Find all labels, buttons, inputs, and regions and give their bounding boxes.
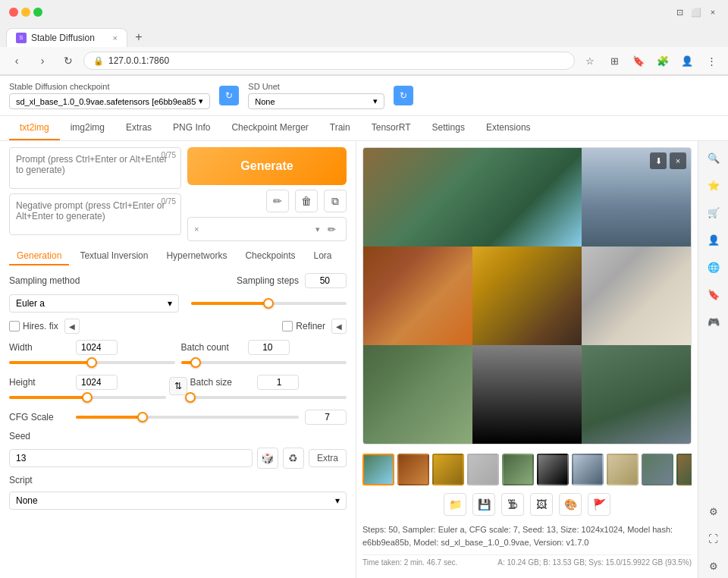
zip-button[interactable]: 🗜	[501, 493, 524, 516]
close-btn[interactable]	[9, 8, 18, 17]
width-thumb[interactable]	[86, 357, 97, 368]
hires-fix-checkbox-label[interactable]: Hires. fix	[9, 321, 58, 331]
maximize-btn[interactable]	[33, 8, 42, 17]
image-cell-5[interactable]	[582, 247, 691, 345]
seed-extra-button[interactable]: Extra	[309, 449, 347, 467]
trash-button[interactable]: 🗑	[295, 190, 318, 212]
subtab-generation[interactable]: Generation	[9, 247, 69, 265]
style-select[interactable]: × ▾ ✏	[187, 217, 347, 241]
interrogate-button[interactable]: 🚩	[588, 493, 610, 516]
image-cell-3[interactable]	[363, 247, 472, 345]
thumbnail-7[interactable]	[572, 454, 604, 485]
new-tab-button[interactable]: +	[129, 27, 149, 47]
batch-count-thumb[interactable]	[190, 357, 201, 368]
subtab-lora[interactable]: Lora	[306, 247, 340, 265]
bookmark-button[interactable]: 🔖	[628, 50, 649, 71]
batch-size-thumb[interactable]	[185, 392, 196, 403]
hires-fix-checkbox[interactable]	[9, 321, 20, 331]
reader-mode-button[interactable]: ⊞	[604, 50, 625, 71]
style-x-icon[interactable]: ×	[194, 225, 199, 234]
download-image-button[interactable]: ⬇	[650, 152, 667, 169]
image-cell-8[interactable]	[582, 345, 691, 444]
send-to-button[interactable]: 🖼	[530, 493, 553, 516]
image-cell-6[interactable]	[363, 345, 472, 444]
copy-button[interactable]: ⧉	[324, 190, 347, 212]
forward-button[interactable]: ›	[32, 50, 53, 71]
image-cell-7[interactable]	[472, 345, 582, 444]
checkpoint-select[interactable]: sd_xl_base_1.0_0.9vae.safetensors [e6bb9…	[9, 93, 210, 109]
tab-tensorrt[interactable]: TensorRT	[361, 116, 422, 140]
profile-button[interactable]: 👤	[676, 50, 698, 71]
tab-train[interactable]: Train	[319, 116, 361, 140]
minimize-btn[interactable]	[21, 8, 30, 17]
refresh-button[interactable]: ↻	[58, 50, 79, 71]
swap-dimensions-button[interactable]: ⇅	[169, 377, 187, 395]
thumbnail-1[interactable]	[362, 454, 394, 485]
thumbnail-10[interactable]	[676, 454, 692, 485]
image-cell-1[interactable]	[363, 148, 582, 247]
tab-extensions[interactable]: Extensions	[475, 116, 541, 140]
sd-unet-select[interactable]: None ▾	[248, 93, 384, 109]
menu-button[interactable]: ⋮	[701, 50, 722, 71]
sidebar-gear-button[interactable]: ⚙	[703, 555, 724, 576]
sampling-method-select[interactable]: Euler a ▾	[9, 294, 179, 313]
sidebar-person-button[interactable]: 👤	[703, 229, 724, 250]
negative-prompt-textarea[interactable]	[10, 194, 180, 232]
width-input[interactable]	[76, 340, 118, 355]
seed-input[interactable]	[9, 449, 253, 467]
sidebar-bookmark-button[interactable]: 🔖	[703, 284, 724, 305]
tab-png-info[interactable]: PNG Info	[162, 116, 221, 140]
active-tab[interactable]: S Stable Diffusion ×	[6, 28, 127, 47]
thumbnail-5[interactable]	[502, 454, 534, 485]
open-folder-button[interactable]: 📁	[444, 493, 466, 516]
height-input[interactable]	[76, 375, 118, 390]
refiner-checkbox-label[interactable]: Refiner	[282, 321, 325, 331]
thumbnail-9[interactable]	[642, 454, 673, 485]
seed-dice-button[interactable]: 🎲	[257, 448, 278, 469]
style-apply-button[interactable]: ✏	[323, 221, 340, 237]
thumbnail-6[interactable]	[537, 454, 569, 485]
thumbnail-2[interactable]	[397, 454, 429, 485]
positive-prompt-textarea[interactable]	[10, 148, 180, 186]
subtab-hypernetworks[interactable]: Hypernetworks	[158, 247, 234, 265]
thumbnail-3[interactable]	[432, 454, 464, 485]
save-button[interactable]: 💾	[472, 493, 495, 516]
tab-checkpoint-merger[interactable]: Checkpoint Merger	[221, 116, 318, 140]
tab-close-icon[interactable]: ×	[113, 33, 118, 42]
url-bar[interactable]: 🔒 127.0.0.1:7860	[83, 52, 575, 70]
tab-img2img[interactable]: img2img	[60, 116, 115, 140]
thumbnail-4[interactable]	[467, 454, 499, 485]
back-button[interactable]: ‹	[6, 50, 27, 71]
tab-extras[interactable]: Extras	[115, 116, 162, 140]
seed-recycle-button[interactable]: ♻	[283, 448, 304, 469]
sampling-steps-input[interactable]: 50	[305, 273, 347, 288]
image-cell-4[interactable]	[472, 247, 582, 345]
hires-collapse-btn[interactable]: ◀	[64, 319, 80, 334]
cfg-thumb[interactable]	[137, 412, 148, 423]
subtab-textual-inversion[interactable]: Textual Inversion	[72, 247, 155, 265]
batch-count-input[interactable]	[248, 340, 290, 355]
sampling-steps-thumb[interactable]	[263, 298, 274, 309]
sidebar-shop-button[interactable]: 🛒	[703, 202, 724, 223]
extensions-button[interactable]: 🧩	[652, 50, 673, 71]
sidebar-expand-button[interactable]: ⛶	[703, 528, 724, 549]
close-image-button[interactable]: ×	[670, 152, 686, 169]
thumbnail-8[interactable]	[607, 454, 639, 485]
subtab-checkpoints[interactable]: Checkpoints	[237, 247, 303, 265]
sd-unet-refresh-button[interactable]: ↻	[394, 86, 413, 105]
upscale-button[interactable]: 🎨	[559, 493, 582, 516]
refiner-collapse-btn[interactable]: ◀	[331, 319, 347, 334]
sidebar-game-button[interactable]: 🎮	[703, 311, 724, 332]
height-thumb[interactable]	[82, 392, 93, 403]
sidebar-translate-button[interactable]: 🌐	[703, 256, 724, 278]
tab-settings[interactable]: Settings	[422, 116, 475, 140]
sidebar-settings-bottom-button[interactable]: ⚙	[703, 501, 724, 522]
titlebar-close-icon[interactable]: ×	[707, 6, 719, 18]
star-button[interactable]: ☆	[579, 50, 601, 71]
checkpoint-refresh-button[interactable]: ↻	[219, 86, 239, 105]
tab-txt2img[interactable]: txt2img	[9, 116, 60, 140]
generate-button[interactable]: Generate	[187, 147, 347, 185]
batch-size-input[interactable]	[257, 375, 299, 390]
sidebar-zoom-button[interactable]: 🔍	[703, 147, 724, 168]
cfg-input[interactable]	[305, 410, 347, 425]
